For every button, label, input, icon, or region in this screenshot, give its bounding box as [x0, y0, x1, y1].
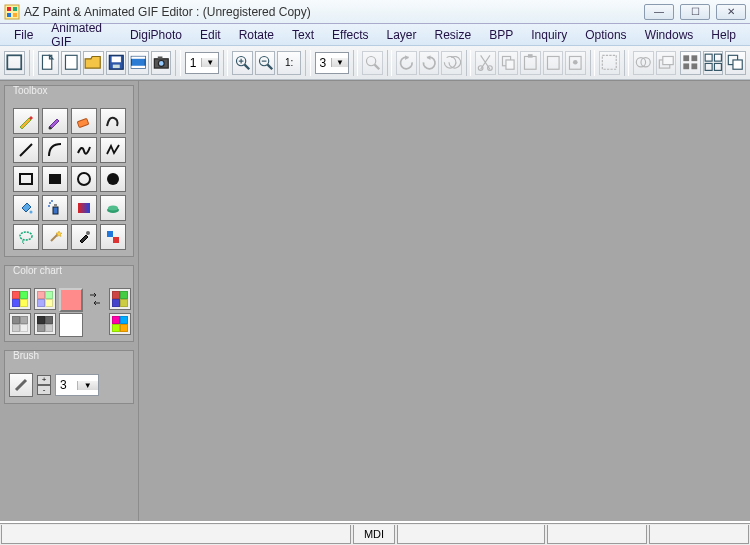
- zoom-in-button[interactable]: [232, 51, 253, 75]
- copy-button[interactable]: [498, 51, 519, 75]
- window-title: AZ Paint & Animated GIF Editor : (Unregi…: [24, 5, 644, 19]
- zoom2-value: 3: [316, 56, 332, 70]
- menu-digiphoto[interactable]: DigiPhoto: [122, 26, 190, 44]
- layer-stack-button[interactable]: [656, 51, 677, 75]
- new-blank-button[interactable]: [61, 51, 82, 75]
- eraser-tool[interactable]: [71, 108, 97, 134]
- lasso-select-tool[interactable]: [13, 224, 39, 250]
- zoom1-dropdown[interactable]: 1▼: [185, 52, 219, 74]
- paste-button[interactable]: [520, 51, 541, 75]
- cut-button[interactable]: [475, 51, 496, 75]
- film-strip-button[interactable]: [128, 51, 149, 75]
- brush-shape-button[interactable]: [9, 373, 33, 397]
- cascade-windows-button[interactable]: [725, 51, 746, 75]
- canvas-area[interactable]: [138, 81, 750, 521]
- redo-button[interactable]: [419, 51, 440, 75]
- menu-resize[interactable]: Resize: [427, 26, 480, 44]
- pencil-tool[interactable]: [13, 108, 39, 134]
- window-controls: — ☐ ✕: [644, 4, 746, 20]
- freehand-shape-tool[interactable]: [100, 108, 126, 134]
- svg-rect-53: [20, 174, 32, 184]
- clipboard-a-button[interactable]: [543, 51, 564, 75]
- menu-windows[interactable]: Windows: [637, 26, 702, 44]
- spline-tool[interactable]: [71, 137, 97, 163]
- background-color-swatch[interactable]: [59, 313, 83, 337]
- palette-cell-4[interactable]: [9, 313, 31, 335]
- menu-animated-gif[interactable]: Animated GIF: [43, 19, 120, 51]
- stepper-up-icon[interactable]: +: [37, 375, 51, 385]
- zoom-ratio-button[interactable]: 1:: [277, 51, 301, 75]
- menu-edit[interactable]: Edit: [192, 26, 229, 44]
- open-file-button[interactable]: [83, 51, 104, 75]
- zoom2-dropdown[interactable]: 3▼: [315, 52, 349, 74]
- camera-button[interactable]: [151, 51, 172, 75]
- menu-help[interactable]: Help: [703, 26, 744, 44]
- spray-tool[interactable]: [42, 195, 68, 221]
- rectangle-outline-tool[interactable]: [13, 166, 39, 192]
- menu-bpp[interactable]: BPP: [481, 26, 521, 44]
- tile-windows-button[interactable]: [703, 51, 724, 75]
- zoom-out-button[interactable]: [255, 51, 276, 75]
- menu-file[interactable]: File: [6, 26, 41, 44]
- menu-rotate[interactable]: Rotate: [231, 26, 282, 44]
- menu-effects[interactable]: Effects: [324, 26, 376, 44]
- clipboard-b-button[interactable]: [565, 51, 586, 75]
- magnifier-button[interactable]: [362, 51, 383, 75]
- close-button[interactable]: ✕: [716, 4, 746, 20]
- stepper-down-icon[interactable]: -: [37, 385, 51, 395]
- status-bar: MDI: [0, 523, 750, 545]
- fill-bucket-tool[interactable]: [13, 195, 39, 221]
- smudge-tool[interactable]: [100, 195, 126, 221]
- ellipse-outline-tool[interactable]: [71, 166, 97, 192]
- magic-wand-tool[interactable]: [42, 224, 68, 250]
- new-file-button[interactable]: [38, 51, 59, 75]
- palette-cell-5[interactable]: [34, 313, 56, 335]
- minimize-button[interactable]: —: [644, 4, 674, 20]
- side-panel: Toolbox: [0, 81, 138, 521]
- new-whole-image-button[interactable]: [4, 51, 25, 75]
- grid-a-button[interactable]: [680, 51, 701, 75]
- zoom1-value: 1: [186, 56, 202, 70]
- menu-options[interactable]: Options: [577, 26, 634, 44]
- selection-button[interactable]: [599, 51, 620, 75]
- menu-text[interactable]: Text: [284, 26, 322, 44]
- foreground-color-swatch[interactable]: [59, 288, 83, 312]
- svg-line-22: [267, 65, 272, 70]
- palette-cell-6[interactable]: [109, 313, 131, 335]
- save-file-button[interactable]: [106, 51, 127, 75]
- gradient-tool[interactable]: [71, 195, 97, 221]
- brush-size-stepper[interactable]: + -: [37, 375, 51, 395]
- palette-cell-1[interactable]: [9, 288, 31, 310]
- brush-size-dropdown[interactable]: 3▼: [55, 374, 99, 396]
- svg-point-56: [107, 173, 119, 185]
- status-cell-info: [1, 525, 351, 544]
- maximize-button[interactable]: ☐: [680, 4, 710, 20]
- svg-rect-39: [662, 57, 672, 65]
- color-swap-tool[interactable]: [100, 224, 126, 250]
- svg-point-68: [86, 231, 90, 235]
- svg-rect-2: [13, 7, 17, 11]
- ellipse-fill-tool[interactable]: [100, 166, 126, 192]
- menu-inquiry[interactable]: Inquiry: [523, 26, 575, 44]
- separator: [29, 50, 34, 76]
- svg-rect-51: [77, 118, 88, 127]
- brush-tool[interactable]: [42, 108, 68, 134]
- swap-colors-icon[interactable]: [84, 288, 106, 310]
- svg-rect-3: [7, 13, 11, 17]
- eyedropper-tool[interactable]: [71, 224, 97, 250]
- line-tool[interactable]: [13, 137, 39, 163]
- palette-cell-3[interactable]: [109, 288, 131, 310]
- rectangle-fill-tool[interactable]: [42, 166, 68, 192]
- redo-all-button[interactable]: [441, 51, 462, 75]
- palette-cell-2[interactable]: [34, 288, 56, 310]
- svg-rect-10: [112, 65, 119, 68]
- menu-layer[interactable]: Layer: [379, 26, 425, 44]
- curve-tool[interactable]: [42, 137, 68, 163]
- svg-point-65: [108, 206, 118, 211]
- svg-rect-58: [53, 207, 58, 214]
- polyline-tool[interactable]: [100, 137, 126, 163]
- svg-rect-31: [528, 54, 533, 57]
- undo-button[interactable]: [396, 51, 417, 75]
- svg-rect-70: [113, 237, 119, 243]
- blend-button[interactable]: [633, 51, 654, 75]
